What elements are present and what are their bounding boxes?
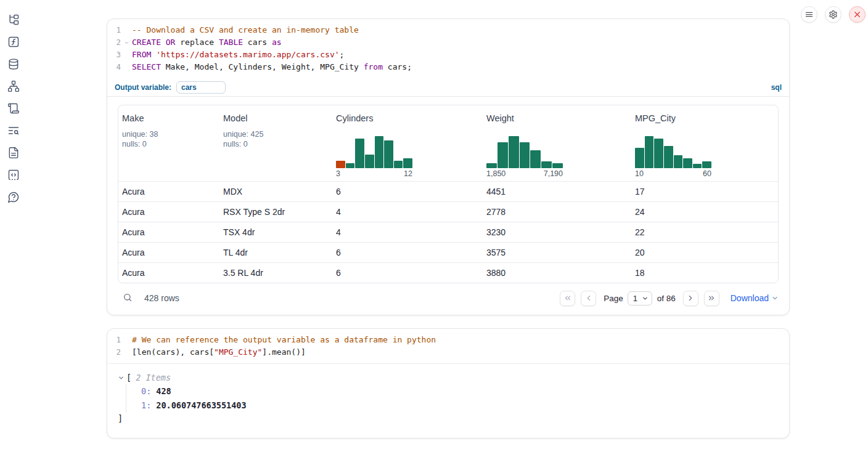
page-select[interactable]: 1 xyxy=(628,291,652,305)
code-token: 'https://datasets.marimo.app/cars.csv' xyxy=(156,50,339,59)
table-cell: 24 xyxy=(631,207,778,217)
histogram-bar xyxy=(509,136,519,168)
previous-page-button[interactable] xyxy=(581,291,596,306)
output-variable-input[interactable] xyxy=(176,81,226,94)
histogram-bar xyxy=(346,163,355,168)
column-stats: unique: 38nulls: 0 xyxy=(122,129,216,149)
histogram-max-label: 12 xyxy=(404,169,412,178)
code-token: OR xyxy=(166,38,176,47)
fold-gutter xyxy=(121,334,132,346)
code-token: [len(cars), cars[ xyxy=(132,347,214,357)
first-page-button[interactable] xyxy=(560,291,575,306)
menu-icon[interactable] xyxy=(801,6,817,23)
data-sources-icon[interactable] xyxy=(7,58,20,70)
column-label[interactable]: MPG_City xyxy=(635,113,676,123)
shutdown-close-icon[interactable] xyxy=(849,6,866,23)
code-token xyxy=(151,50,156,59)
table-cell: Acura xyxy=(118,207,219,217)
fold-chevron-icon[interactable] xyxy=(121,36,132,49)
line-number: 4 xyxy=(107,61,121,73)
sql-cell-footer: Output variable: sql xyxy=(107,78,789,97)
histogram-min-label: 3 xyxy=(336,169,340,178)
code-line: 2CREATE OR replace TABLE cars as xyxy=(107,36,789,49)
list-item-index: 0: xyxy=(141,386,151,396)
table-body: AcuraMDX6445117AcuraRSX Type S 2dr427782… xyxy=(118,181,778,283)
column-stat: unique: 425 xyxy=(223,129,329,139)
chevron-left-icon xyxy=(584,294,593,302)
histogram-axis-labels: 312 xyxy=(336,169,412,178)
code-line: 2[len(cars), cars["MPG_City"].mean()] xyxy=(107,346,789,358)
table-cell: 4 xyxy=(332,227,483,237)
column-label[interactable]: Model xyxy=(223,113,248,123)
file-explorer-icon[interactable] xyxy=(7,14,20,26)
column-stat: nulls: 0 xyxy=(122,139,216,149)
histogram-bar xyxy=(654,139,663,168)
list-open-bracket: [ xyxy=(126,373,131,382)
column-stats: unique: 425nulls: 0 xyxy=(223,129,329,149)
dependency-graph-icon[interactable] xyxy=(7,80,20,92)
list-item-index: 1: xyxy=(141,400,151,410)
search-logs-icon[interactable] xyxy=(7,124,20,137)
help-icon[interactable] xyxy=(7,191,20,203)
histogram-bar xyxy=(674,155,683,168)
table-cell: 6 xyxy=(332,248,483,257)
column-label[interactable]: Weight xyxy=(486,113,514,123)
snippets-icon[interactable] xyxy=(7,169,20,181)
table-cell: TSX 4dr xyxy=(219,227,332,237)
table-cell: Acura xyxy=(118,268,219,278)
last-page-button[interactable] xyxy=(704,291,719,306)
histogram-bar xyxy=(702,161,711,168)
fold-gutter xyxy=(121,49,132,61)
code-token: cars; xyxy=(383,62,412,71)
documentation-icon[interactable] xyxy=(7,147,20,159)
histogram-bar xyxy=(486,163,497,168)
table-column-header: Modelunique: 425nulls: 0 xyxy=(219,105,332,181)
table-column-header: Makeunique: 38nulls: 0 xyxy=(118,105,219,181)
histogram-bar xyxy=(403,158,412,168)
line-number: 1 xyxy=(107,334,121,346)
table-cell: 3230 xyxy=(483,227,631,237)
line-number: 2 xyxy=(107,346,121,358)
functions-icon[interactable] xyxy=(7,36,20,48)
table-row: AcuraRSX Type S 2dr4277824 xyxy=(118,201,778,222)
logs-icon[interactable] xyxy=(7,102,20,115)
histogram-bar xyxy=(375,136,384,168)
output-variable-label: Output variable: xyxy=(115,83,171,92)
histogram-bar xyxy=(530,150,541,168)
code-token: from xyxy=(364,62,383,71)
code-text: -- Download a CSV and create an in-memor… xyxy=(132,24,359,36)
cell-language-badge[interactable]: sql xyxy=(771,83,782,92)
code-line: 1-- Download a CSV and create an in-memo… xyxy=(107,24,789,36)
next-page-button[interactable] xyxy=(683,291,698,306)
code-token xyxy=(161,38,166,47)
row-count: 428 rows xyxy=(144,293,179,303)
histogram-bar xyxy=(394,161,403,168)
histogram-bar xyxy=(664,146,673,168)
code-token: -- Download a CSV and create an in-memor… xyxy=(132,25,359,34)
collapse-chevron-icon[interactable] xyxy=(118,374,126,382)
code-line: 3FROM 'https://datasets.marimo.app/cars.… xyxy=(107,49,789,61)
histogram-bar xyxy=(355,139,364,168)
column-label[interactable]: Cylinders xyxy=(336,113,373,123)
table-cell: 4 xyxy=(332,207,483,217)
column-stat: unique: 38 xyxy=(122,129,216,139)
search-icon[interactable] xyxy=(121,292,134,304)
code-line: 4SELECT Make, Model, Cylinders, Weight, … xyxy=(107,61,789,73)
list-item-value: 428 xyxy=(156,386,171,396)
sql-code-editor[interactable]: 1-- Download a CSV and create an in-memo… xyxy=(107,19,789,78)
table-column-header: MPG_City1060 xyxy=(631,105,778,181)
table-cell: 2778 xyxy=(483,207,631,217)
helper-panel-sidebar xyxy=(0,0,27,449)
column-label[interactable]: Make xyxy=(122,113,144,123)
settings-gear-icon[interactable] xyxy=(825,6,841,23)
chevron-right-icon xyxy=(686,294,695,302)
code-text: [len(cars), cars["MPG_City"].mean()] xyxy=(132,346,306,358)
code-token: TABLE xyxy=(219,38,243,47)
download-button[interactable]: Download xyxy=(731,293,779,303)
code-token: SELECT xyxy=(132,62,161,71)
table-column-header: Weight1,8507,190 xyxy=(483,105,631,181)
fold-gutter xyxy=(121,61,132,73)
histogram-bar xyxy=(683,158,692,168)
table-row: AcuraMDX6445117 xyxy=(118,181,778,201)
python-code-editor[interactable]: 1# We can reference the output variable … xyxy=(107,329,789,363)
